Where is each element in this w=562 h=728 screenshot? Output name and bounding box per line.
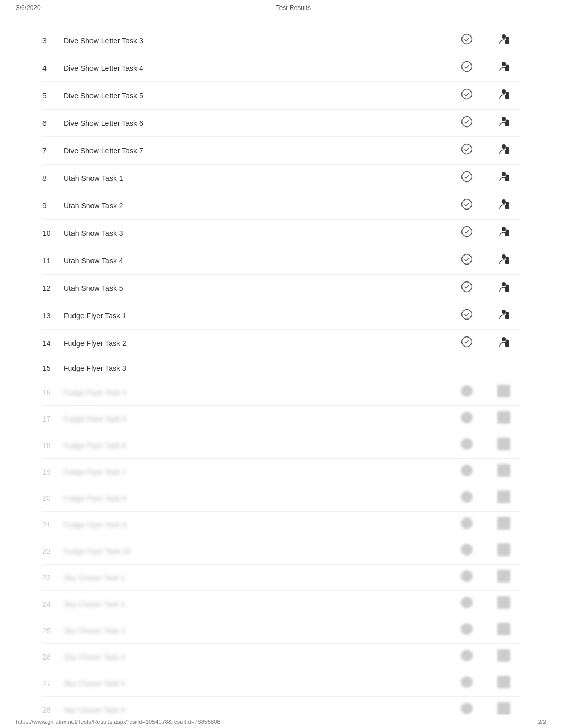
task-name: Utah Snow Task 2 [64, 202, 446, 210]
svg-point-37 [502, 282, 506, 286]
person-icon [488, 87, 520, 104]
task-number: 16 [42, 388, 64, 397]
person-icon [488, 543, 520, 559]
content-area: 3Dive Show Letter Task 3 4Dive Show Lett… [0, 16, 562, 728]
svg-point-24 [462, 199, 472, 210]
task-number: 10 [42, 229, 64, 238]
task-number: 18 [42, 441, 64, 450]
svg-rect-30 [505, 232, 509, 236]
task-row: 25Sky Chaser Task 3 [42, 617, 520, 644]
person-icon [488, 385, 520, 400]
task-row: 20Fudge Flyer Task 8 [42, 485, 520, 512]
task-name: Fudge Flyer Task 5 [64, 415, 446, 423]
task-number: 21 [42, 521, 64, 529]
task-number: 17 [42, 415, 64, 423]
task-number: 13 [42, 312, 64, 320]
person-icon [488, 280, 520, 296]
svg-rect-10 [505, 95, 509, 99]
check-icon [446, 544, 488, 558]
task-row: 3Dive Show Letter Task 3 [42, 27, 520, 54]
task-number: 25 [42, 626, 64, 635]
svg-rect-26 [505, 205, 509, 209]
svg-point-16 [462, 144, 472, 154]
task-name: Fudge Flyer Task 1 [64, 312, 446, 320]
check-icon [446, 465, 488, 479]
svg-rect-46 [505, 342, 509, 347]
task-number: 15 [42, 364, 64, 372]
task-number: 11 [42, 257, 64, 265]
task-row: 9Utah Snow Task 2 [42, 192, 520, 220]
svg-point-43 [506, 312, 509, 315]
svg-point-20 [462, 172, 472, 182]
check-icon [446, 623, 488, 638]
check-icon [446, 412, 488, 426]
task-row: 15Fudge Flyer Task 3 [42, 357, 520, 379]
task-row: 6Dive Show Letter Task 6 [42, 110, 520, 137]
person-icon [488, 115, 520, 131]
svg-point-31 [506, 230, 509, 233]
svg-rect-22 [505, 177, 509, 181]
svg-point-47 [506, 340, 509, 343]
task-name: Utah Snow Task 5 [64, 284, 446, 293]
check-icon [446, 226, 488, 240]
svg-point-5 [502, 62, 506, 66]
svg-point-39 [506, 285, 509, 288]
svg-point-21 [502, 172, 506, 176]
task-row: 8Utah Snow Task 1 [42, 165, 520, 192]
task-number: 3 [42, 37, 64, 45]
check-icon [446, 491, 488, 505]
task-name: Fudge Flyer Task 2 [64, 339, 446, 348]
task-list: 3Dive Show Letter Task 3 4Dive Show Lett… [42, 27, 520, 728]
task-name: Dive Show Letter Task 7 [64, 147, 446, 155]
task-row: 18Fudge Flyer Task 6 [42, 432, 520, 459]
page-header: 3/6/2020 Test Results [0, 0, 562, 16]
task-row: 22Fudge Flyer Task 10 [42, 538, 520, 565]
header-date: 3/6/2020 [16, 4, 41, 12]
svg-point-12 [462, 117, 472, 127]
svg-rect-2 [505, 40, 509, 44]
person-icon [488, 411, 520, 426]
svg-point-33 [502, 254, 506, 259]
task-number: 22 [42, 547, 64, 556]
person-icon [488, 307, 520, 324]
check-icon [446, 308, 488, 323]
check-icon [446, 88, 488, 103]
task-name: Sky Chaser Task 3 [64, 626, 446, 635]
svg-point-15 [506, 120, 509, 123]
svg-point-9 [502, 89, 506, 94]
person-icon [488, 335, 520, 351]
task-row: 17Fudge Flyer Task 5 [42, 406, 520, 432]
person-icon [488, 32, 520, 49]
svg-rect-6 [505, 67, 509, 71]
check-icon [446, 570, 488, 585]
svg-rect-18 [505, 150, 509, 154]
task-name: Fudge Flyer Task 10 [64, 547, 446, 556]
footer-url: https://www.gmatrix.net/Tests/Results.as… [16, 718, 220, 725]
task-number: 7 [42, 147, 64, 155]
task-number: 28 [42, 706, 64, 714]
person-icon [488, 252, 520, 269]
check-icon [446, 61, 488, 75]
check-icon [446, 336, 488, 350]
svg-point-13 [502, 117, 506, 121]
footer-page: 2/2 [538, 718, 546, 725]
task-name: Utah Snow Task 3 [64, 229, 446, 238]
check-icon [446, 116, 488, 130]
task-number: 12 [42, 284, 64, 293]
person-icon [488, 596, 520, 612]
task-row: 24Sky Chaser Task 2 [42, 591, 520, 617]
svg-rect-38 [505, 287, 509, 292]
task-name: Sky Chaser Task 1 [64, 574, 446, 582]
task-row: 10Utah Snow Task 3 [42, 220, 520, 247]
task-name: Fudge Flyer Task 9 [64, 521, 446, 529]
check-icon [446, 143, 488, 158]
task-name: Sky Chaser Task 5 [64, 679, 446, 688]
person-icon [488, 517, 520, 532]
task-name: Utah Snow Task 4 [64, 257, 446, 265]
task-number: 23 [42, 574, 64, 582]
task-number: 27 [42, 679, 64, 688]
task-name: Fudge Flyer Task 3 [64, 364, 446, 372]
task-row: 27Sky Chaser Task 5 [42, 670, 520, 697]
task-number: 19 [42, 468, 64, 476]
svg-point-41 [502, 310, 506, 314]
